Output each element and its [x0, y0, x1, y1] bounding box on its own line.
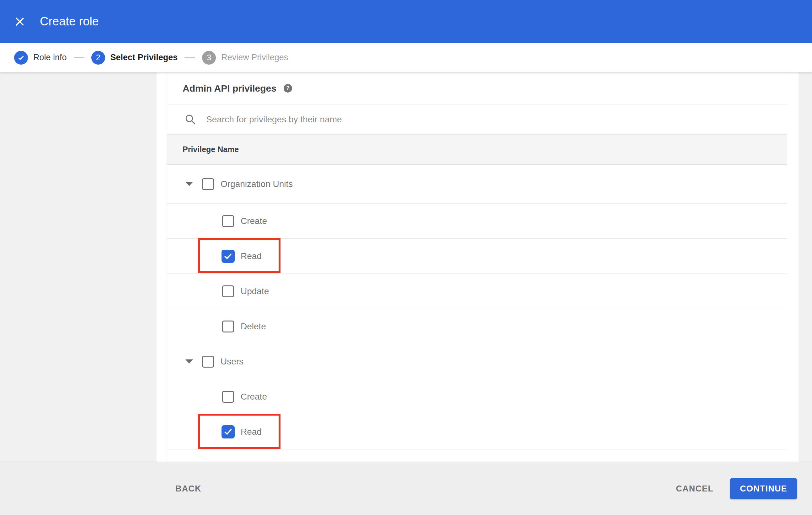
checkbox-unchecked[interactable]	[222, 391, 234, 403]
checkmark-icon	[223, 251, 233, 261]
checkbox-unchecked[interactable]	[202, 356, 214, 368]
privilege-label: Update	[241, 286, 269, 296]
privilege-row: Create	[167, 204, 787, 239]
step-review-privileges[interactable]: 3 Review Privileges	[202, 51, 288, 65]
privilege-table-body: Organization UnitsCreateReadUpdateDelete…	[167, 165, 787, 462]
checkbox-cell	[220, 425, 236, 438]
dialog-footer: BACK CANCEL CONTINUE	[0, 462, 812, 515]
column-header-label: Privilege Name	[183, 145, 239, 154]
step-role-info[interactable]: Role info	[14, 51, 67, 65]
privileges-panel: Admin API privileges ? Privilege Name Or…	[167, 72, 787, 462]
privilege-row: Read	[167, 239, 787, 274]
checkbox-unchecked[interactable]	[202, 178, 214, 190]
search-bar	[167, 104, 787, 134]
close-icon[interactable]	[14, 16, 25, 27]
annotation-highlight-box	[198, 414, 281, 449]
collapse-arrow-icon[interactable]	[185, 182, 193, 186]
search-icon	[184, 114, 196, 125]
checkbox-checked[interactable]	[222, 425, 235, 438]
privilege-row: Delete	[167, 309, 787, 344]
checkbox-cell	[200, 178, 216, 190]
privilege-label: Read	[241, 251, 262, 261]
collapse-arrow-icon[interactable]	[185, 359, 193, 364]
privilege-row: Update	[167, 274, 787, 309]
privilege-group-label: Organization Units	[221, 179, 293, 189]
privilege-row: Create	[167, 379, 787, 414]
cancel-button[interactable]: CANCEL	[676, 484, 714, 494]
checkbox-cell	[220, 321, 236, 332]
privilege-group-row: Users	[167, 344, 787, 379]
checkbox-cell	[220, 215, 236, 227]
dialog-header: Create role	[0, 0, 812, 43]
checkbox-unchecked[interactable]	[222, 321, 234, 332]
privilege-label: Create	[241, 216, 267, 226]
partial-row	[167, 450, 787, 462]
section-header: Admin API privileges ?	[167, 72, 787, 104]
stepper: Role info 2 Select Privileges 3 Review P…	[0, 43, 812, 72]
column-header-row: Privilege Name	[167, 134, 787, 165]
footer-actions: CANCEL CONTINUE	[676, 478, 797, 499]
checkbox-unchecked[interactable]	[222, 285, 234, 297]
checkbox-checked[interactable]	[222, 250, 235, 263]
search-input[interactable]	[205, 114, 582, 125]
privilege-group-row: Organization Units	[167, 165, 787, 204]
checkbox-cell	[220, 250, 236, 263]
content-card: Admin API privileges ? Privilege Name Or…	[156, 72, 799, 462]
help-icon[interactable]: ?	[284, 84, 292, 93]
back-button[interactable]: BACK	[175, 484, 201, 494]
privilege-label: Delete	[241, 322, 266, 332]
privilege-label: Create	[241, 392, 267, 402]
step-review-privileges-label: Review Privileges	[221, 53, 288, 62]
step-select-privileges[interactable]: 2 Select Privileges	[91, 51, 178, 65]
step-role-info-label: Role info	[33, 53, 67, 62]
step-3-circle: 3	[202, 51, 216, 65]
checkbox-cell	[200, 356, 216, 368]
checkbox-unchecked[interactable]	[222, 215, 234, 227]
section-title: Admin API privileges	[183, 83, 277, 94]
continue-button[interactable]: CONTINUE	[730, 478, 797, 499]
step-select-privileges-label: Select Privileges	[111, 53, 178, 62]
privilege-group-label: Users	[221, 357, 243, 367]
checkmark-icon	[223, 427, 233, 436]
dialog-title: Create role	[40, 15, 99, 28]
checkbox-cell	[220, 391, 236, 403]
step-separator	[184, 57, 195, 58]
checkbox-cell	[220, 285, 236, 297]
step-separator	[74, 57, 84, 58]
privilege-row: Read	[167, 414, 787, 450]
step-completed-check-icon	[14, 51, 28, 65]
privilege-label: Read	[241, 427, 262, 437]
annotation-highlight-box	[198, 238, 281, 273]
step-2-circle: 2	[91, 51, 105, 65]
